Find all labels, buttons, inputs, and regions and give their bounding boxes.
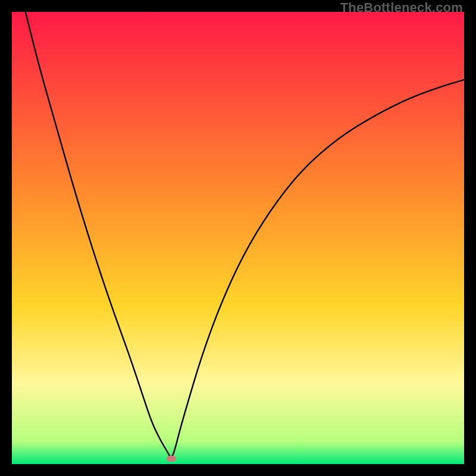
chart-background	[12, 12, 464, 464]
chart-svg	[12, 12, 464, 464]
optimal-point-marker	[167, 456, 176, 462]
chart-area	[12, 12, 464, 464]
